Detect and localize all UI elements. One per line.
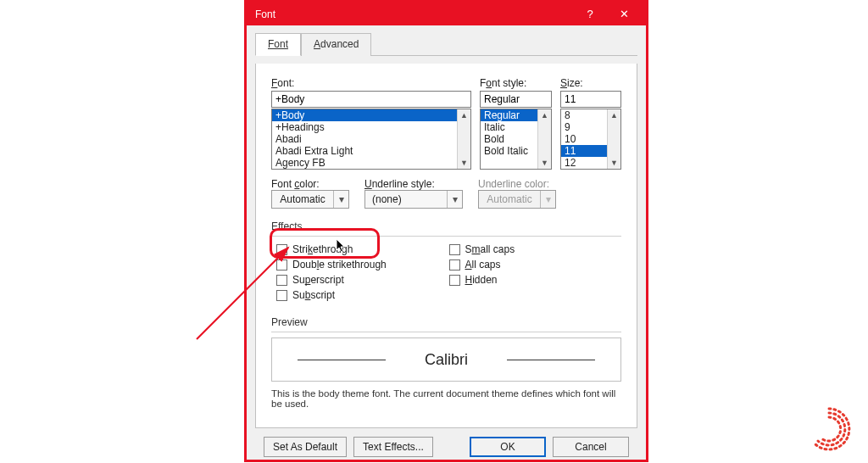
- tab-advanced[interactable]: Advanced /* placeholder replaced below *…: [301, 33, 371, 56]
- checkbox-strikethrough[interactable]: Strikethrough: [276, 243, 449, 255]
- size-input[interactable]: [560, 91, 621, 108]
- font-style-column: Font style: RegularItalicBoldBold Italic…: [480, 77, 552, 170]
- font-color-label: Font color:: [271, 178, 349, 190]
- checkbox-icon: [276, 259, 287, 271]
- close-button[interactable]: ✕: [607, 3, 641, 25]
- underline-style-dropdown[interactable]: (none) ▾: [364, 190, 463, 209]
- font-style-label: Font style:: [480, 77, 552, 89]
- chevron-down-icon[interactable]: ▾: [333, 191, 348, 208]
- list-item[interactable]: +Body: [272, 109, 470, 121]
- font-color-dropdown[interactable]: Automatic ▾: [271, 190, 349, 209]
- underline-color-group: Underline color: Automatic ▾: [478, 178, 556, 209]
- size-listbox[interactable]: 89101112 ▲ ▼: [560, 109, 621, 170]
- underline-color-label: Underline color:: [478, 178, 556, 190]
- preview-label: Preview: [271, 316, 308, 328]
- font-style-input[interactable]: [480, 91, 552, 108]
- font-input[interactable]: [271, 91, 471, 108]
- checkbox-double-strikethrough[interactable]: Double strikethrough: [276, 259, 449, 271]
- font-listbox[interactable]: +Body+HeadingsAbadiAbadi Extra LightAgen…: [271, 109, 471, 170]
- tab-font[interactable]: Font: [255, 33, 301, 56]
- dialog-footer: Set As Default Text Effects... OK Cancel: [255, 428, 637, 457]
- list-item[interactable]: +Headings: [272, 121, 470, 133]
- scroll-up-icon[interactable]: ▲: [610, 109, 618, 121]
- checkbox-icon: [449, 244, 460, 255]
- effects-group: Effects Strikethrough Double strikethrou…: [271, 220, 621, 304]
- titlebar: Font ? ✕: [247, 3, 646, 25]
- preview-box: Calibri: [271, 337, 621, 382]
- preview-note: This is the body theme font. The current…: [271, 388, 621, 409]
- checkbox-all-caps[interactable]: All caps: [449, 259, 622, 271]
- checkbox-icon: [276, 290, 287, 301]
- font-dialog: Font ? ✕ Font Advanced /* placeholder re…: [244, 0, 648, 462]
- preview-rule: [507, 360, 595, 360]
- underline-color-dropdown: Automatic ▾: [478, 190, 556, 209]
- scrollbar[interactable]: ▲ ▼: [537, 109, 551, 169]
- size-label: Size:: [560, 77, 621, 89]
- effects-label: Effects: [271, 220, 302, 232]
- scroll-up-icon[interactable]: ▲: [541, 109, 548, 121]
- checkbox-icon: [449, 259, 460, 271]
- scroll-down-icon[interactable]: ▼: [610, 157, 618, 169]
- tabstrip: Font Advanced /* placeholder replaced be…: [255, 32, 637, 56]
- ok-button[interactable]: OK: [470, 437, 546, 457]
- scroll-down-icon[interactable]: ▼: [460, 157, 468, 169]
- checkbox-icon: [276, 244, 287, 255]
- help-button[interactable]: ?: [573, 3, 607, 25]
- preview-rule: [298, 360, 386, 360]
- preview-group: Preview Calibri This is the body theme f…: [271, 316, 621, 409]
- preview-sample: Calibri: [420, 351, 473, 369]
- size-column: Size: 89101112 ▲ ▼: [560, 77, 621, 170]
- brand-crescent-icon: [805, 405, 853, 453]
- list-item[interactable]: Abadi Extra Light: [272, 145, 470, 157]
- text-effects-button[interactable]: Text Effects...: [353, 437, 433, 457]
- scroll-down-icon[interactable]: ▼: [541, 157, 548, 169]
- list-item[interactable]: Abadi: [272, 133, 470, 145]
- underline-style-label: Underline style:: [364, 178, 463, 190]
- chevron-down-icon[interactable]: ▾: [447, 191, 462, 208]
- checkbox-icon: [276, 275, 287, 286]
- list-item[interactable]: Agency FB: [272, 157, 470, 169]
- underline-style-group: Underline style: (none) ▾: [364, 178, 463, 209]
- dialog-title: Font: [255, 8, 573, 20]
- scrollbar[interactable]: ▲ ▼: [457, 109, 470, 169]
- checkbox-icon: [449, 275, 460, 286]
- font-column: Font: +Body+HeadingsAbadiAbadi Extra Lig…: [271, 77, 471, 170]
- font-label: Font:: [271, 77, 471, 89]
- cancel-button[interactable]: Cancel: [553, 437, 629, 457]
- tab-panel-font: Font: +Body+HeadingsAbadiAbadi Extra Lig…: [255, 64, 637, 428]
- set-as-default-button[interactable]: Set As Default: [264, 437, 347, 457]
- font-style-listbox[interactable]: RegularItalicBoldBold Italic ▲ ▼: [480, 109, 552, 170]
- chevron-down-icon: ▾: [540, 191, 555, 208]
- scrollbar[interactable]: ▲ ▼: [607, 109, 620, 169]
- font-color-group: Font color: Automatic ▾: [271, 178, 349, 209]
- scroll-up-icon[interactable]: ▲: [460, 109, 468, 121]
- checkbox-superscript[interactable]: Superscript: [276, 274, 449, 286]
- dialog-body: Font Advanced /* placeholder replaced be…: [247, 25, 646, 463]
- checkbox-hidden[interactable]: Hidden: [449, 274, 622, 286]
- checkbox-small-caps[interactable]: Small caps: [449, 243, 622, 255]
- checkbox-subscript[interactable]: Subscript: [276, 289, 449, 301]
